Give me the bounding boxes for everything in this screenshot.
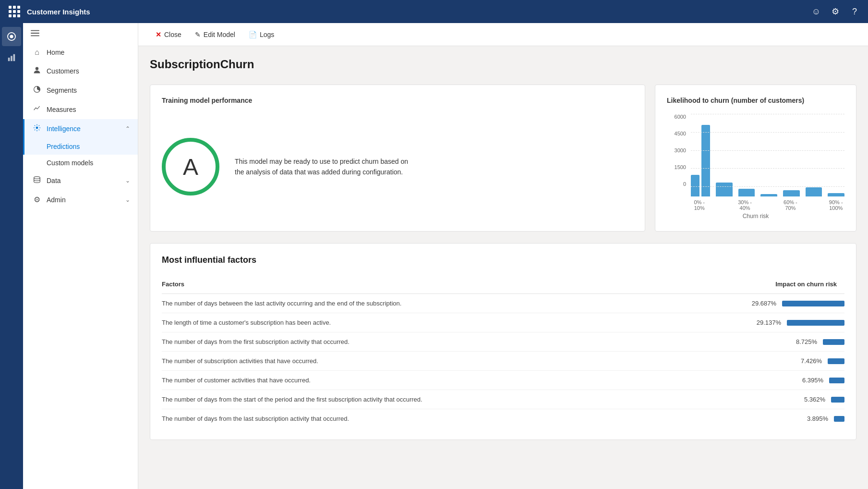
bar-group-7 — [828, 193, 844, 196]
nav-home[interactable]: ⌂ Home — [23, 43, 138, 61]
nav-admin-label: Admin — [47, 196, 66, 204]
col-impact: Impact on churn risk — [659, 277, 844, 294]
impact-pct: 7.426% — [793, 357, 822, 365]
table-row: The number of days between the last acti… — [162, 294, 844, 313]
admin-icon: ⚙ — [32, 195, 42, 204]
factor-text: The number of days from the first subscr… — [162, 332, 659, 352]
table-row: The number of days from the last subscri… — [162, 409, 844, 428]
settings-icon[interactable]: ⚙ — [828, 4, 843, 19]
impact-cell: 8.725% — [659, 332, 844, 352]
icon-sidebar-home[interactable] — [2, 27, 21, 46]
bar-5 — [783, 190, 800, 196]
table-row: The number of customer activities that h… — [162, 371, 844, 390]
bar-2 — [716, 183, 733, 196]
segments-icon — [32, 86, 42, 95]
waffle-menu[interactable] — [6, 3, 23, 20]
training-card-body: A This model may be ready to use to pred… — [162, 114, 633, 220]
cards-row: Training model performance A This model … — [150, 85, 856, 232]
y-label-0: 0 — [667, 181, 689, 187]
training-card-title: Training model performance — [162, 97, 633, 104]
nav-predictions[interactable]: Predictions — [23, 138, 138, 155]
x-label-2 — [713, 199, 730, 211]
nav-data-label: Data — [47, 177, 61, 184]
factor-text: The number of customer activities that h… — [162, 371, 659, 390]
toolbar: ✕ Close ✎ Edit Model 📄 Logs — [138, 23, 868, 46]
close-label: Close — [164, 31, 181, 38]
y-label-1500: 1500 — [667, 164, 689, 170]
svg-point-8 — [36, 67, 38, 70]
app-body: ⌂ Home Customers Segments Measures — [0, 23, 868, 489]
bar-6 — [806, 187, 822, 196]
svg-rect-7 — [31, 36, 39, 37]
nav-admin[interactable]: ⚙ Admin ⌄ — [23, 190, 138, 209]
edit-model-button[interactable]: ✎ Edit Model — [189, 28, 241, 41]
nav-segments[interactable]: Segments — [23, 81, 138, 100]
customers-icon — [32, 66, 42, 76]
icon-sidebar — [0, 23, 23, 489]
svg-point-11 — [34, 177, 40, 179]
nav-intelligence[interactable]: Intelligence ⌃ — [23, 119, 138, 138]
data-arrow: ⌄ — [125, 177, 130, 184]
impact-pct: 5.362% — [796, 396, 825, 403]
intelligence-icon — [32, 124, 42, 134]
impact-pct: 3.895% — [799, 415, 828, 422]
impact-bar — [823, 339, 844, 345]
admin-arrow: ⌄ — [125, 196, 130, 203]
impact-pct: 29.687% — [747, 300, 776, 307]
close-icon: ✕ — [156, 31, 161, 38]
impact-cell: 29.137% — [659, 313, 844, 332]
bar-group-6 — [806, 187, 822, 196]
svg-point-10 — [36, 127, 38, 129]
nav-measures[interactable]: Measures — [23, 100, 138, 119]
y-label-4500: 4500 — [667, 131, 689, 136]
edit-model-label: Edit Model — [204, 31, 235, 38]
impact-cell: 3.895% — [659, 409, 844, 428]
nav-segments-label: Segments — [47, 86, 77, 94]
impact-bar — [834, 416, 844, 422]
training-description: This model may be ready to use to predic… — [235, 156, 417, 178]
svg-rect-6 — [31, 33, 39, 34]
logs-button[interactable]: 📄 Logs — [243, 28, 280, 41]
nav-home-label: Home — [47, 49, 64, 56]
impact-bar — [831, 397, 844, 403]
intelligence-arrow: ⌃ — [125, 125, 130, 132]
nav-data[interactable]: Data ⌄ — [23, 171, 138, 190]
bar-3 — [738, 189, 755, 196]
icon-sidebar-analytics[interactable] — [2, 48, 21, 67]
grade-circle: A — [162, 138, 219, 196]
svg-rect-2 — [8, 58, 10, 61]
bar-4 — [760, 194, 777, 196]
bar-group-4 — [760, 194, 777, 196]
chart-gridlines — [691, 114, 844, 187]
nav-customers[interactable]: Customers — [23, 61, 138, 81]
factor-text: The number of days from the start of the… — [162, 390, 659, 409]
app-title: Customer Insights — [27, 8, 808, 16]
factor-text: The number of subscription activities th… — [162, 352, 659, 371]
top-nav-icons: ☺ ⚙ ? — [808, 4, 862, 19]
x-label-1: 0% - 10% — [691, 199, 708, 211]
bar-chart: 0 1500 3000 4500 6000 — [667, 114, 844, 220]
svg-rect-4 — [13, 54, 15, 61]
table-row: The number of subscription activities th… — [162, 352, 844, 371]
smiley-icon[interactable]: ☺ — [808, 4, 824, 19]
edit-icon: ✎ — [195, 31, 201, 38]
nav-measures-label: Measures — [47, 106, 76, 113]
close-button[interactable]: ✕ Close — [150, 28, 187, 41]
nav-hamburger[interactable] — [23, 23, 138, 43]
help-icon[interactable]: ? — [847, 4, 862, 19]
page-title: SubscriptionChurn — [150, 58, 856, 71]
impact-bar — [829, 378, 844, 383]
logs-icon: 📄 — [249, 31, 257, 38]
nav-custom-models-label: Custom models — [47, 159, 93, 167]
bar-1a — [691, 175, 699, 196]
nav-predictions-label: Predictions — [47, 143, 80, 150]
chart-y-labels: 0 1500 3000 4500 6000 — [667, 114, 689, 187]
measures-icon — [32, 105, 42, 114]
page-content: SubscriptionChurn Training model perform… — [138, 46, 868, 489]
table-row: The number of days from the first subscr… — [162, 332, 844, 352]
nav-custom-models[interactable]: Custom models — [23, 155, 138, 171]
impact-bar — [782, 301, 844, 306]
home-icon: ⌂ — [32, 48, 42, 57]
impact-cell: 7.426% — [659, 352, 844, 371]
table-row: The length of time a customer's subscrip… — [162, 313, 844, 332]
